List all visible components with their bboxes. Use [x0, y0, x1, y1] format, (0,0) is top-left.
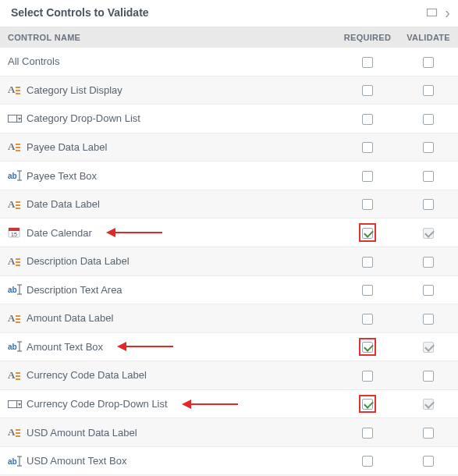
table-row[interactable]: ACategory List Display — [0, 76, 458, 105]
svg-text:ab: ab — [8, 172, 17, 180]
control-name-label: Category Drop-Down List — [27, 112, 140, 124]
required-checkbox[interactable] — [362, 456, 373, 467]
col-required-header[interactable]: REQUIRED — [336, 27, 399, 48]
validate-checkbox — [423, 228, 434, 239]
svg-text:A: A — [8, 198, 16, 210]
textbox-icon: ab — [8, 169, 22, 182]
control-name-label: Amount Data Label — [27, 312, 113, 324]
control-name-label: Date Calendar — [27, 227, 92, 239]
svg-text:A: A — [8, 140, 16, 152]
svg-rect-41 — [16, 378, 20, 380]
control-name-label: Currency Code Drop-Down List — [27, 398, 168, 410]
table-row[interactable]: ACurrency Code Data Label — [0, 361, 458, 390]
table-row[interactable]: abPayee Text Box — [0, 162, 458, 190]
header-row: CONTROL NAME REQUIRED VALIDATE — [0, 27, 458, 48]
textbox-icon: ab — [8, 283, 22, 296]
validate-checkbox — [423, 342, 434, 353]
required-checkbox[interactable] — [362, 199, 373, 210]
validate-checkbox[interactable] — [423, 428, 434, 439]
svg-text:ab: ab — [8, 286, 17, 294]
required-checkbox[interactable] — [362, 428, 373, 439]
control-name-label: Currency Code Data Label — [27, 369, 147, 381]
required-checkbox[interactable] — [362, 342, 373, 353]
required-checkbox[interactable] — [362, 114, 373, 125]
svg-rect-0 — [428, 9, 437, 16]
required-checkbox[interactable] — [362, 171, 373, 182]
table-row[interactable]: 15Date Calendar — [0, 218, 458, 247]
window-controls: › — [426, 6, 450, 19]
table-row[interactable]: abDescription Text Area — [0, 275, 458, 304]
table-row[interactable]: abUSD Amount Text Box — [0, 446, 458, 475]
validate-checkbox[interactable] — [423, 371, 434, 382]
dropdown-icon — [8, 398, 22, 410]
chevron-right-icon[interactable]: › — [445, 6, 450, 19]
svg-text:A: A — [8, 255, 16, 267]
svg-text:15: 15 — [11, 232, 17, 237]
required-checkbox[interactable] — [362, 228, 373, 239]
alabel-icon: A — [8, 198, 22, 211]
table-row[interactable]: AAmount Data Label — [0, 304, 458, 333]
required-checkbox[interactable] — [362, 257, 373, 268]
required-checkbox[interactable] — [362, 85, 373, 96]
annotation-arrow-icon — [117, 342, 173, 351]
required-checkbox[interactable] — [362, 57, 373, 68]
validate-checkbox[interactable] — [423, 285, 434, 296]
alabel-icon: A — [8, 140, 22, 153]
svg-rect-10 — [16, 150, 20, 151]
svg-rect-25 — [16, 265, 20, 266]
svg-rect-24 — [16, 261, 20, 263]
col-validate-header[interactable]: VALIDATE — [399, 27, 458, 48]
svg-rect-8 — [16, 144, 20, 145]
control-name-label: All Controls — [8, 55, 59, 67]
maximize-icon[interactable] — [426, 6, 438, 19]
col-name-header[interactable]: CONTROL NAME — [0, 27, 336, 48]
svg-rect-40 — [16, 375, 20, 377]
validate-checkbox[interactable] — [423, 142, 434, 153]
required-checkbox[interactable] — [362, 314, 373, 325]
table-row[interactable]: APayee Data Label — [0, 133, 458, 162]
table-row[interactable]: AUSD Amount Data Label — [0, 418, 458, 447]
table-row[interactable]: ADate Data Label — [0, 190, 458, 218]
validate-checkbox[interactable] — [423, 171, 434, 182]
control-name-label: USD Amount Text Box — [27, 455, 126, 467]
control-name-label: Amount Text Box — [27, 341, 103, 353]
svg-text:ab: ab — [8, 343, 17, 351]
required-checkbox[interactable] — [362, 142, 373, 153]
textbox-icon: ab — [8, 340, 22, 353]
svg-rect-31 — [16, 315, 20, 317]
alabel-icon: A — [8, 369, 22, 382]
annotation-arrow-icon — [182, 400, 238, 409]
svg-rect-23 — [16, 258, 20, 260]
panel-title: Select Controls to Validate — [11, 6, 426, 19]
alabel-icon: A — [8, 83, 22, 96]
required-checkbox[interactable] — [362, 399, 373, 410]
svg-rect-16 — [16, 201, 20, 203]
svg-rect-17 — [16, 204, 20, 206]
validate-checkbox[interactable] — [423, 114, 434, 125]
table-row[interactable]: All Controls — [0, 48, 458, 76]
alabel-icon: A — [8, 255, 22, 268]
table-row[interactable]: Currency Code Drop-Down List — [0, 389, 458, 418]
svg-rect-2 — [16, 87, 20, 88]
svg-rect-3 — [16, 90, 20, 91]
validate-checkbox[interactable] — [423, 314, 434, 325]
required-checkbox[interactable] — [362, 371, 373, 382]
table-row[interactable]: Category Drop-Down List — [0, 105, 458, 133]
svg-text:A: A — [8, 369, 16, 381]
svg-rect-32 — [16, 318, 20, 320]
svg-rect-4 — [16, 93, 20, 94]
control-name-label: Payee Data Label — [27, 141, 107, 153]
validate-checkbox[interactable] — [423, 57, 434, 68]
table-row[interactable]: ADescription Data Label — [0, 247, 458, 275]
alabel-icon: A — [8, 426, 22, 439]
controls-table: CONTROL NAME REQUIRED VALIDATE All Contr… — [0, 27, 458, 476]
table-row[interactable]: abAmount Text Box — [0, 332, 458, 361]
validate-checkbox[interactable] — [423, 85, 434, 96]
control-name-label: Description Data Label — [27, 255, 130, 267]
control-name-label: USD Amount Data Label — [27, 427, 137, 439]
annotation-arrow-icon — [106, 228, 162, 237]
validate-checkbox[interactable] — [423, 199, 434, 210]
validate-checkbox[interactable] — [423, 257, 434, 268]
required-checkbox[interactable] — [362, 285, 373, 296]
validate-checkbox[interactable] — [423, 456, 434, 467]
